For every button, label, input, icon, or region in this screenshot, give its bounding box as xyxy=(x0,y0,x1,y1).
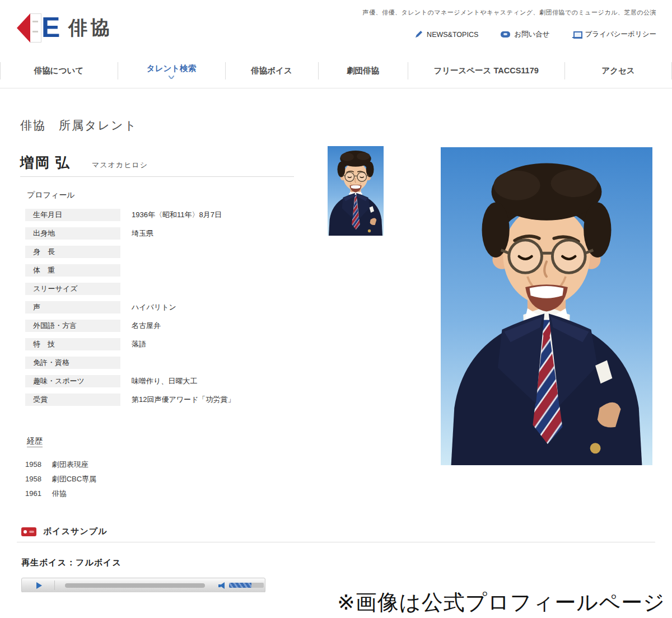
header-utility-links: NEWS&TOPICS お問い合せ プライバシーポリシー xyxy=(414,30,656,39)
voice-badge-icon xyxy=(21,527,36,536)
divider xyxy=(20,176,294,177)
history-year: 1961 xyxy=(25,486,50,501)
profile-value: 落語 xyxy=(132,339,146,349)
news-topics-link[interactable]: NEWS&TOPICS xyxy=(414,30,478,39)
nav-item-label: アクセス xyxy=(601,65,634,76)
profile-label: 免許・資格 xyxy=(25,357,120,369)
volume-slider[interactable] xyxy=(229,583,264,588)
list-item: 1961 俳協 xyxy=(25,486,96,501)
chevron-down-icon xyxy=(169,76,174,79)
nav-item-gekidan-haikyo[interactable]: 劇団俳協 xyxy=(318,54,408,88)
speaker-icon[interactable] xyxy=(218,582,226,589)
profile-label: 受賞 xyxy=(25,394,120,406)
history-section: 経歴 1958 劇団表現座 1958 劇団CBC専属 1961 俳協 xyxy=(25,436,96,501)
profile-heading: プロフィール xyxy=(27,190,75,200)
site-logo[interactable]: E 俳協 xyxy=(17,13,113,43)
table-row: 外国語・方言 名古屋弁 xyxy=(25,320,294,332)
profile-value: 埼玉県 xyxy=(132,228,153,238)
table-row: スリーサイズ xyxy=(25,283,294,295)
laptop-icon xyxy=(572,31,581,38)
nav-item-label: 俳協ボイス xyxy=(251,65,292,76)
logo-e-icon: E xyxy=(41,13,58,43)
contact-label: お問い合せ xyxy=(514,30,549,39)
profile-label: 生年月日 xyxy=(25,209,120,221)
list-item: 1958 劇団表現座 xyxy=(25,457,96,472)
profile-label: 外国語・方言 xyxy=(25,320,120,332)
profile-label: スリーサイズ xyxy=(25,283,120,295)
table-row: 身 長 xyxy=(25,246,294,258)
audio-player xyxy=(21,578,265,593)
volume-rest xyxy=(251,583,264,588)
history-heading: 経歴 xyxy=(27,436,43,447)
talent-name-kana: マスオカヒロシ xyxy=(92,160,148,170)
profile-label: 趣味・スポーツ xyxy=(25,375,120,387)
play-button[interactable] xyxy=(36,582,42,589)
seek-bar[interactable] xyxy=(65,583,205,588)
pencil-icon xyxy=(414,30,423,39)
history-year: 1958 xyxy=(25,457,50,472)
logo-mark-icon: E xyxy=(17,13,58,43)
image-source-caption: ※画像は公式プロフィールページ xyxy=(337,588,665,617)
profile-label: 特 技 xyxy=(25,338,120,350)
list-item: 1958 劇団CBC専属 xyxy=(25,472,96,486)
main-nav: 俳協について タレント検索 俳協ボイス 劇団俳協 フリースペース TACCS11… xyxy=(0,54,672,88)
talent-photo-large xyxy=(441,147,652,465)
divider xyxy=(54,580,55,590)
table-row: 特 技 落語 xyxy=(25,338,294,350)
profile-table: 生年月日 1936年〈昭和11年〉8月7日 出身地 埼玉県 身 長 体 重 スリ… xyxy=(25,209,294,412)
caption-bar: ※画像は公式プロフィールページ xyxy=(0,592,672,618)
news-topics-label: NEWS&TOPICS xyxy=(427,31,478,39)
history-text: 俳協 xyxy=(52,489,67,498)
history-text: 劇団CBC専属 xyxy=(52,475,96,483)
nav-item-label: 劇団俳協 xyxy=(347,65,379,76)
mail-icon xyxy=(501,31,510,38)
profile-value: 1936年〈昭和11年〉8月7日 xyxy=(132,210,222,220)
nav-item-about[interactable]: 俳協について xyxy=(0,54,118,88)
logo-text: 俳協 xyxy=(68,15,113,41)
table-row: 免許・資格 xyxy=(25,357,294,369)
page-title: 俳協 所属タレント xyxy=(20,118,137,133)
nav-item-label: タレント検索 xyxy=(147,63,196,74)
nav-item-talent-search[interactable]: タレント検索 xyxy=(118,54,225,88)
nav-item-label: 俳協について xyxy=(34,65,83,76)
profile-label: 身 長 xyxy=(25,246,120,258)
profile-value: 第12回声優アワード「功労賞」 xyxy=(132,395,235,405)
divider xyxy=(17,542,655,542)
site-tagline: 声優、俳優、タレントのマネージメントやキャスティング、劇団俳協でのミュージカル、… xyxy=(363,8,656,17)
site-header: E 俳協 声優、俳優、タレントのマネージメントやキャスティング、劇団俳協でのミュ… xyxy=(0,0,672,54)
profile-label: 声 xyxy=(25,301,120,313)
privacy-policy-link[interactable]: プライバシーポリシー xyxy=(572,30,656,39)
history-year: 1958 xyxy=(25,472,50,486)
table-row: 趣味・スポーツ 味噌作り、日曜大工 xyxy=(25,375,294,387)
profile-value: 味噌作り、日曜大工 xyxy=(132,376,197,386)
history-text: 劇団表現座 xyxy=(52,460,88,469)
table-row: 出身地 埼玉県 xyxy=(25,227,294,240)
table-row: 体 重 xyxy=(25,264,294,277)
voice-sample-header: ボイスサンプル xyxy=(21,526,107,537)
profile-label: 体 重 xyxy=(25,264,120,277)
voice-play-label: 再生ボイス：フルボイス xyxy=(21,558,122,568)
profile-value: ハイバリトン xyxy=(132,302,176,312)
table-row: 受賞 第12回声優アワード「功労賞」 xyxy=(25,394,294,406)
nav-item-label: フリースペース TACCS1179 xyxy=(433,65,539,76)
contact-link[interactable]: お問い合せ xyxy=(501,30,549,39)
talent-name: 増岡 弘 xyxy=(20,153,71,172)
logo-red-triangle-icon xyxy=(17,13,30,43)
table-row: 声 ハイバリトン xyxy=(25,301,294,313)
nav-item-access[interactable]: アクセス xyxy=(564,54,672,88)
privacy-policy-label: プライバシーポリシー xyxy=(585,30,656,39)
logo-card-icon xyxy=(30,13,41,43)
talent-name-row: 増岡 弘 マスオカヒロシ xyxy=(20,153,148,172)
profile-label: 出身地 xyxy=(25,227,120,240)
nav-item-haikyo-voice[interactable]: 俳協ボイス xyxy=(225,54,318,88)
table-row: 生年月日 1936年〈昭和11年〉8月7日 xyxy=(25,209,294,221)
voice-sample-heading: ボイスサンプル xyxy=(43,526,107,537)
nav-item-freespace-taccs1179[interactable]: フリースペース TACCS1179 xyxy=(408,54,564,88)
talent-photo-thumbnail xyxy=(328,146,384,236)
profile-value: 名古屋弁 xyxy=(132,321,161,331)
history-list: 1958 劇団表現座 1958 劇団CBC専属 1961 俳協 xyxy=(25,457,96,501)
volume-fill xyxy=(229,583,251,588)
main-content: 俳協 所属タレント 増岡 弘 マスオカヒロシ プロフィール 生年月日 1936年… xyxy=(0,88,672,617)
